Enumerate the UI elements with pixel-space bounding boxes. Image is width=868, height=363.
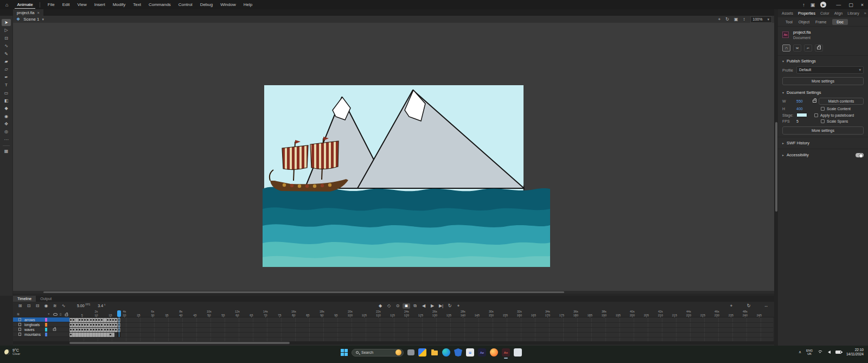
height-field[interactable]: 400: [796, 107, 810, 111]
layer-row-arrows[interactable]: arrows: [13, 317, 774, 322]
notepad-icon[interactable]: [514, 348, 522, 356]
timeline-tab-timeline[interactable]: Timeline: [13, 296, 36, 302]
rectangle-tool[interactable]: ▭: [2, 90, 11, 97]
graph-editor-icon[interactable]: ∿: [60, 303, 67, 308]
volume-icon[interactable]: [828, 351, 831, 354]
frame-span-mountains[interactable]: [69, 333, 114, 337]
start-button[interactable]: [341, 349, 348, 356]
layer-depth-icon[interactable]: ≋: [51, 303, 59, 308]
timeline-horizontal-scrollbar[interactable]: [13, 341, 774, 345]
frame-span-longboats[interactable]: [69, 323, 120, 327]
publish-more-settings-button[interactable]: More settings: [782, 77, 864, 85]
frame-span-arrows[interactable]: [69, 318, 120, 322]
layer-name-cell-waves[interactable]: waves: [13, 327, 69, 332]
stage[interactable]: [263, 85, 550, 267]
selection-tool[interactable]: ➤: [2, 19, 11, 26]
lock-all-icon[interactable]: [65, 314, 68, 316]
step-forward-icon[interactable]: ▶|: [437, 303, 445, 309]
frame-span-waves[interactable]: [69, 328, 120, 332]
test-movie-icon[interactable]: ▶: [820, 2, 826, 8]
firefox-icon[interactable]: [490, 348, 498, 356]
camera-icon[interactable]: ◉: [42, 303, 50, 308]
panel-tab-assets[interactable]: Assets: [782, 11, 793, 15]
publish-settings-header[interactable]: ▾ Publish Settings: [778, 56, 868, 65]
swf-history-header[interactable]: ▸ SWF History: [778, 137, 868, 149]
lasso-tool[interactable]: ∿: [2, 42, 11, 49]
text-tool[interactable]: T: [2, 81, 11, 88]
hidden-icons-chevron-icon[interactable]: ∧: [799, 350, 801, 354]
layer-row-waves[interactable]: waves: [13, 327, 774, 332]
task-view-icon[interactable]: [407, 349, 414, 355]
menu-commands[interactable]: Commands: [145, 1, 174, 8]
properties-subtab-doc[interactable]: Doc: [832, 19, 847, 25]
menu-insert[interactable]: Insert: [91, 1, 108, 8]
menu-edit[interactable]: Edit: [59, 1, 73, 8]
scale-spans-checkbox[interactable]: [821, 119, 825, 123]
canvas-vscroll-thumb[interactable]: [775, 122, 777, 212]
edge-icon[interactable]: [442, 348, 450, 356]
file-explorer-icon[interactable]: [430, 348, 438, 356]
workspace-icon[interactable]: ▣: [810, 2, 815, 8]
snap-grid-icon[interactable]: ▦: [2, 148, 11, 155]
center-playhead-icon[interactable]: ⌖: [455, 303, 462, 309]
panel-tab-align[interactable]: Align: [834, 11, 843, 15]
after-effects-icon[interactable]: Ae: [478, 348, 486, 356]
profile-select[interactable]: Default ▾: [796, 66, 864, 74]
home-icon[interactable]: ⌂: [5, 2, 8, 8]
widgets-icon[interactable]: [418, 348, 426, 356]
subselection-tool[interactable]: ▷: [2, 27, 11, 34]
edit-multiple-frames-icon[interactable]: ⧉: [411, 303, 419, 309]
menu-help[interactable]: Help: [240, 1, 256, 8]
timeline-ruler[interactable]: 5101520253035404550556065707580859095100…: [69, 310, 773, 317]
add-column-icon[interactable]: +: [48, 312, 50, 315]
search-input[interactable]: Search: [352, 349, 404, 356]
defender-icon[interactable]: [454, 348, 462, 356]
delete-layer-icon[interactable]: ⊟: [34, 303, 41, 308]
panel-tab-color[interactable]: Color: [820, 11, 829, 15]
step-back-icon[interactable]: ◀: [420, 303, 427, 309]
panel-tab-library[interactable]: Library: [847, 11, 859, 15]
layer-row-mountains[interactable]: mountains: [13, 332, 774, 337]
frame-rate-display[interactable]: 5.00 FPS: [77, 303, 90, 308]
layer-name-cell-mountains[interactable]: mountains: [13, 332, 69, 337]
snap-align-icon[interactable]: ≍: [793, 44, 801, 52]
timeline-hscroll-thumb[interactable]: [69, 342, 290, 344]
loop-icon[interactable]: ↻: [446, 303, 454, 309]
camera-tool[interactable]: ◉: [2, 113, 11, 120]
timeline-tab-output[interactable]: Output: [36, 296, 56, 302]
add-layer-icon[interactable]: ⊞: [16, 303, 24, 308]
more-tools-icon[interactable]: ⋯: [2, 136, 11, 143]
free-transform-tool[interactable]: ⊡: [2, 35, 11, 42]
properties-subtab-tool[interactable]: Tool: [786, 20, 793, 24]
document-settings-header[interactable]: ▾ Document Settings: [778, 87, 868, 97]
center-stage-icon[interactable]: ⌖: [718, 17, 721, 22]
onion-skin-icon[interactable]: ◙: [403, 303, 410, 309]
lock-guides-icon[interactable]: [815, 44, 823, 52]
layer-lock-icon[interactable]: [53, 328, 56, 330]
zoom-level-select[interactable]: 100% ▾: [750, 16, 772, 23]
play-icon[interactable]: ▶: [429, 303, 436, 309]
auto-keyframe-icon[interactable]: ⊙: [394, 303, 401, 309]
panel-tab-properties[interactable]: Properties: [798, 11, 815, 15]
wifi-icon[interactable]: [818, 351, 823, 354]
clock[interactable]: 22:10 14/11/2024: [846, 348, 864, 356]
match-contents-button[interactable]: Match contents: [819, 98, 864, 105]
stage-color-swatch[interactable]: [796, 113, 807, 117]
share-icon[interactable]: ↑: [802, 2, 805, 8]
menu-view[interactable]: View: [74, 1, 90, 8]
close-button[interactable]: ×: [861, 2, 864, 8]
edit-symbols-chevron-icon[interactable]: ▾: [42, 17, 44, 22]
battery-icon[interactable]: [835, 351, 841, 354]
fluid-brush-tool[interactable]: ✎: [2, 50, 11, 58]
layer-row-longboats[interactable]: longboats: [13, 322, 774, 327]
menu-debug[interactable]: Debug: [197, 1, 216, 8]
scene-label[interactable]: Scene 1: [23, 17, 39, 22]
layer-name-cell-longboats[interactable]: longboats: [13, 322, 69, 327]
loop-range-icon[interactable]: ↻: [745, 303, 752, 309]
playhead-handle[interactable]: [117, 310, 120, 317]
menu-modify[interactable]: Modify: [110, 1, 129, 8]
eraser-tool[interactable]: ▱: [2, 66, 11, 73]
document-tab[interactable]: project.fla ×: [13, 9, 43, 16]
apply-to-pasteboard-checkbox[interactable]: [814, 113, 818, 117]
clip-content-icon[interactable]: ▣: [734, 17, 738, 22]
